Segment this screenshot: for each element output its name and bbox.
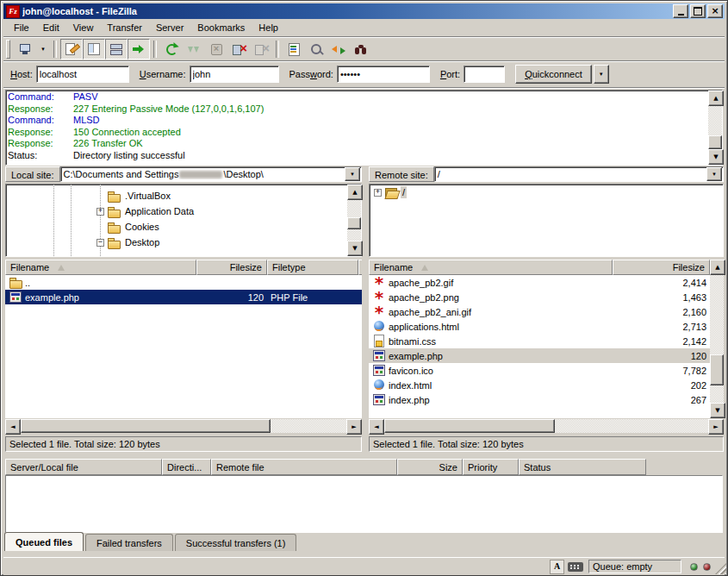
maximize-button[interactable]: [690, 4, 706, 18]
tree-item[interactable]: Desktop: [6, 235, 347, 250]
process-queue-button[interactable]: [183, 39, 205, 59]
synchronized-browsing-button[interactable]: [327, 39, 350, 59]
column-header[interactable]: Filename: [5, 260, 196, 275]
scroll-thumb[interactable]: [21, 419, 271, 433]
log-vertical-scrollbar[interactable]: ▲ ▼: [708, 91, 722, 165]
tree-item[interactable]: /: [370, 185, 723, 200]
directory-comparison-button[interactable]: [305, 39, 327, 59]
disconnect-button[interactable]: [227, 39, 250, 59]
scroll-thumb[interactable]: [347, 217, 361, 229]
queue-column-header[interactable]: Remote file: [211, 459, 397, 475]
port-input[interactable]: [464, 66, 505, 83]
scroll-right-icon[interactable]: ►: [346, 419, 362, 435]
remote-file-row[interactable]: apache_pb2.png 1,463: [369, 290, 710, 304]
column-header[interactable]: Filesize: [196, 260, 267, 275]
queue-list[interactable]: [5, 475, 723, 533]
scroll-thumb[interactable]: [710, 354, 724, 385]
scroll-up-icon[interactable]: ▲: [708, 91, 724, 106]
menu-item[interactable]: Bookmarks: [190, 21, 252, 34]
column-header[interactable]: Filename: [369, 260, 613, 275]
comparison-icon: [309, 42, 323, 56]
queue-column-header[interactable]: Size: [397, 459, 463, 475]
remote-list-vertical-scrollbar[interactable]: ▲ ▼: [710, 260, 724, 418]
remote-file-row[interactable]: applications.html 2,713: [369, 319, 710, 334]
remote-site-dropdown-button[interactable]: ▼: [706, 167, 722, 181]
queue-column-header[interactable]: Directi...: [162, 459, 211, 475]
tree-expander[interactable]: [96, 208, 104, 216]
remote-horizontal-scrollbar[interactable]: ◄ ►: [369, 419, 724, 433]
log-line-text: 150 Connection accepted: [73, 127, 181, 139]
refresh-button[interactable]: [160, 39, 183, 59]
quickconnect-dropdown-button[interactable]: ▼: [594, 65, 609, 84]
scroll-down-icon[interactable]: ▼: [347, 241, 363, 256]
password-label: Password:: [289, 69, 333, 79]
log-line-text: Directory listing successful: [73, 150, 185, 162]
remote-file-row[interactable]: favicon.ico 7,782: [369, 363, 710, 378]
menu-item[interactable]: Edit: [36, 21, 66, 34]
local-site-combo[interactable]: C:\Documents and Settings\Desktop\ ▼: [60, 166, 362, 182]
scroll-up-icon[interactable]: ▲: [347, 185, 363, 200]
password-input[interactable]: [337, 66, 430, 83]
scroll-left-icon[interactable]: ◄: [369, 419, 384, 435]
queue-tab[interactable]: Queued files: [4, 532, 84, 551]
local-file-row[interactable]: ..: [5, 275, 362, 290]
remote-file-row[interactable]: bitnami.css 2,142: [369, 334, 710, 348]
tree-item-label: .VirtualBox: [123, 190, 172, 202]
remote-file-row[interactable]: apache_pb2.gif 2,414: [369, 275, 710, 290]
scroll-down-icon[interactable]: ▼: [710, 403, 725, 418]
reconnect-button[interactable]: [250, 39, 272, 59]
tree-expander[interactable]: [96, 239, 104, 247]
file-size: 120: [196, 292, 267, 303]
menu-item[interactable]: Help: [252, 21, 285, 34]
scroll-right-icon[interactable]: ►: [708, 419, 724, 435]
scroll-thumb[interactable]: [384, 419, 555, 433]
scroll-down-icon[interactable]: ▼: [708, 149, 724, 165]
toolbar-grip[interactable]: [6, 40, 10, 59]
tree-item[interactable]: Application Data: [6, 203, 347, 219]
menu-item[interactable]: View: [66, 21, 101, 34]
transfer-type-indicator-icon[interactable]: A: [550, 560, 564, 574]
quickconnect-button[interactable]: Quickconnect: [515, 65, 592, 84]
toggle-queue-button[interactable]: [128, 39, 150, 59]
tree-item[interactable]: .VirtualBox: [6, 188, 347, 203]
close-button[interactable]: ×: [707, 4, 723, 18]
local-file-row[interactable]: example.php 120 PHP File 1: [5, 290, 362, 304]
remote-file-row[interactable]: example.php 120: [369, 348, 710, 363]
column-header[interactable]: Filetype: [267, 260, 358, 275]
local-tree-vertical-scrollbar[interactable]: ▲ ▼: [347, 185, 361, 256]
column-header[interactable]: L: [358, 260, 362, 275]
remote-file-row[interactable]: index.php 267: [369, 392, 710, 407]
scroll-left-icon[interactable]: ◄: [5, 419, 21, 435]
queue-tab[interactable]: Successful transfers (1): [175, 534, 297, 551]
find-files-button[interactable]: [350, 39, 372, 59]
queue-column-header[interactable]: Status: [519, 459, 646, 475]
local-site-dropdown-button[interactable]: ▼: [345, 167, 360, 181]
menu-item[interactable]: Server: [149, 21, 190, 34]
speed-limits-icon[interactable]: [568, 562, 583, 572]
site-manager-dropdown-button[interactable]: ▼: [36, 39, 50, 59]
toggle-local-tree-button[interactable]: [83, 39, 105, 59]
toggle-remote-tree-button[interactable]: [105, 39, 128, 59]
menu-item[interactable]: Transfer: [100, 21, 149, 34]
column-header[interactable]: Filesize: [613, 260, 710, 275]
remote-file-row[interactable]: apache_pb2_ani.gif 2,160: [369, 304, 710, 319]
username-input[interactable]: [190, 66, 279, 83]
remote-site-combo[interactable]: / ▼: [434, 166, 724, 182]
directory-filters-button[interactable]: [283, 39, 305, 59]
menu-item[interactable]: File: [7, 21, 36, 34]
site-manager-button[interactable]: [14, 39, 36, 59]
queue-tab[interactable]: Failed transfers: [85, 534, 173, 551]
minimize-button[interactable]: [673, 4, 688, 18]
cancel-operation-button[interactable]: [205, 39, 227, 59]
queue-column-header[interactable]: Server/Local file: [5, 459, 162, 475]
scroll-up-icon[interactable]: ▲: [710, 260, 725, 275]
queue-column-header[interactable]: Priority: [463, 459, 519, 475]
php-icon: [372, 349, 388, 362]
remote-file-row[interactable]: index.html 202: [369, 378, 710, 392]
tree-expander[interactable]: [374, 189, 382, 197]
host-input[interactable]: [36, 66, 129, 83]
toggle-message-log-button[interactable]: [60, 39, 83, 59]
tree-item[interactable]: Cookies: [6, 219, 347, 235]
local-horizontal-scrollbar[interactable]: ◄ ►: [5, 419, 362, 433]
scroll-thumb[interactable]: [708, 135, 722, 149]
